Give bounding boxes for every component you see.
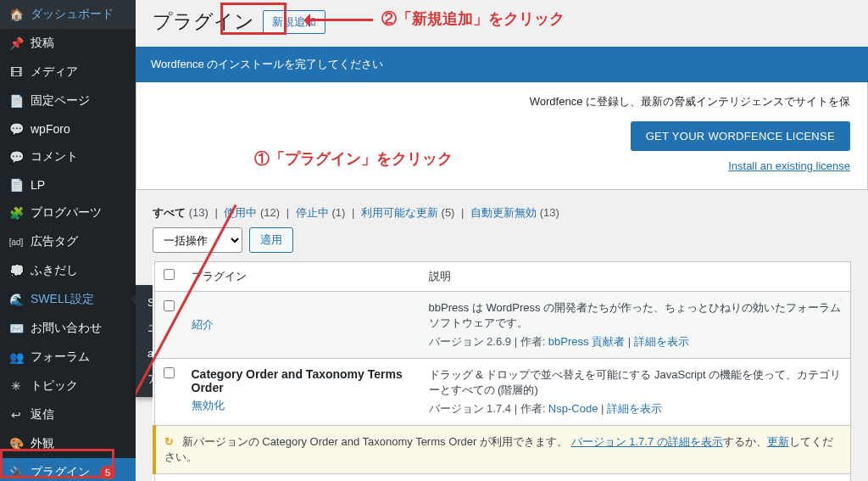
row-checkbox[interactable]: [164, 300, 175, 311]
row-action-link[interactable]: 無効化: [192, 399, 225, 411]
filter-active[interactable]: 使用中: [224, 206, 257, 219]
menu-pages[interactable]: 📄 固定ページ: [0, 87, 136, 115]
bulk-apply-button[interactable]: 適用: [249, 227, 293, 253]
menu-fukidashi[interactable]: 💭 ふきだし: [0, 256, 136, 285]
menu-appearance[interactable]: 🎨 外観: [0, 429, 136, 458]
appearance-icon: 🎨: [8, 437, 24, 450]
menu-label: メディア: [31, 64, 78, 80]
wordfence-banner: Wordfence のインストールを完了してください: [136, 47, 868, 82]
update-icon: ↻: [164, 435, 174, 448]
admin-sidebar: 🏠 ダッシュボード 📌 投稿 🎞 メディア 📄 固定ページ 💬 wpForo 💬…: [0, 0, 136, 481]
menu-reply[interactable]: ↩ 返信: [0, 400, 136, 429]
submenu-arrow-icon: [125, 294, 136, 305]
menu-label: wpForo: [31, 122, 70, 136]
plugin-description: bbPress は WordPress の開発者たちが作った、ちょっとひねりの効…: [429, 300, 843, 331]
menu-label: コメント: [31, 149, 78, 165]
wordfence-install-link[interactable]: Install an existing license: [728, 159, 850, 172]
menu-comments[interactable]: 💬 コメント: [0, 143, 136, 171]
menu-posts[interactable]: 📌 投稿: [0, 29, 136, 58]
swell-icon: 🌊: [8, 293, 24, 306]
main-content: プラグイン 新規追加 Wordfence のインストールを完了してください Wo…: [136, 0, 868, 481]
th-plugin[interactable]: プラグイン: [183, 262, 420, 292]
menu-adtag[interactable]: [ad] 広告タグ: [0, 227, 136, 256]
update-text: 新バージョンの Category Order and Taxonomy Term…: [182, 435, 568, 448]
lp-icon: 📄: [8, 178, 24, 192]
menu-lp[interactable]: 📄 LP: [0, 171, 136, 199]
menu-media[interactable]: 🎞 メディア: [0, 58, 136, 87]
table-row: ConoHa WING 自動キャッシュクリア WordPressの記事を投稿した…: [154, 474, 851, 482]
plugin-details-link[interactable]: 詳細を表示: [607, 402, 662, 415]
forum-icon: 💬: [8, 122, 24, 136]
update-count-badge: 5: [100, 466, 115, 479]
plugins-table: プラグイン 説明 bbPress 紹介 bbPress は WordPress …: [153, 261, 851, 481]
menu-plugins[interactable]: 🔌 プラグイン 5: [0, 458, 136, 481]
update-details-link[interactable]: バージョン 1.7.7 の詳細を表示: [571, 435, 723, 448]
filter-update-count: (5): [442, 206, 455, 219]
menu-label: 外観: [31, 436, 54, 451]
wordfence-license-button[interactable]: GET YOUR WORDFENCE LICENSE: [631, 121, 850, 151]
wordfence-message: Wordfence に登録し、最新の脅威インテリジェンスでサイトを保: [153, 94, 850, 109]
filter-inactive-count: (1): [331, 206, 345, 219]
wordfence-notice: Wordfence に登録し、最新の脅威インテリジェンスでサイトを保 GET Y…: [136, 82, 868, 190]
menu-label: ふきだし: [31, 263, 78, 278]
forum2-icon: 👥: [8, 350, 24, 364]
menu-label: トピック: [31, 378, 78, 394]
table-row: Category Order and Taxonomy Terms Order …: [154, 359, 851, 426]
filter-inactive[interactable]: 停止中: [296, 206, 329, 219]
filter-active-count: (12): [260, 206, 280, 219]
menu-dashboard[interactable]: 🏠 ダッシュボード: [0, 0, 136, 29]
media-icon: 🎞: [8, 65, 24, 79]
menu-swell-settings[interactable]: 🌊 SWELL設定 SWELL設定 エディター設定 ads.txtを編集 アクテ…: [0, 285, 136, 314]
filter-update[interactable]: 利用可能な更新: [361, 206, 438, 219]
plugin-icon: 🔌: [8, 466, 24, 479]
row-action-link[interactable]: 紹介: [192, 318, 214, 331]
plugin-update-row: ↻ 新バージョンの Category Order and Taxonomy Te…: [154, 426, 851, 474]
add-new-button[interactable]: 新規追加: [263, 10, 326, 34]
plugin-details-link[interactable]: 詳細を表示: [634, 335, 689, 348]
dashboard-icon: 🏠: [8, 8, 24, 21]
menu-label: フォーラム: [31, 350, 90, 365]
banner-text: Wordfence のインストールを完了してください: [151, 58, 383, 70]
pin-icon: 📌: [8, 36, 24, 50]
filter-all[interactable]: すべて: [153, 206, 186, 219]
plugin-name: Category Order and Taxonomy Terms Order: [192, 367, 403, 394]
menu-forum[interactable]: 👥 フォーラム: [0, 343, 136, 372]
menu-label: 投稿: [31, 36, 54, 51]
select-all-checkbox[interactable]: [164, 269, 175, 280]
menu-contact[interactable]: ✉️ お問い合わせ: [0, 314, 136, 343]
filter-all-count: (13): [189, 206, 209, 219]
page-icon: 📄: [8, 94, 24, 108]
balloon-icon: 💭: [8, 264, 24, 277]
plugin-author-link[interactable]: bbPress 貢献者: [548, 335, 625, 348]
page-title: プラグイン: [153, 8, 254, 35]
menu-label: LP: [31, 178, 45, 192]
page-title-row: プラグイン 新規追加: [153, 8, 851, 35]
menu-label: 固定ページ: [31, 93, 90, 109]
menu-wpforo[interactable]: 💬 wpForo: [0, 115, 136, 143]
bulk-action-select[interactable]: 一括操作: [153, 227, 242, 253]
plugin-filter-links: すべて (13) | 使用中 (12) | 停止中 (1) | 利用可能な更新 …: [153, 205, 851, 221]
comment-icon: 💬: [8, 150, 24, 164]
parts-icon: 🧩: [8, 206, 24, 220]
menu-label: プラグイン: [31, 465, 90, 480]
mail-icon: ✉️: [8, 322, 24, 335]
reply-icon: ↩: [8, 408, 24, 422]
menu-topic[interactable]: ✳ トピック: [0, 372, 136, 400]
filter-autoupdate-count: (13): [540, 206, 559, 219]
menu-label: ブログパーツ: [31, 205, 102, 221]
menu-label: 返信: [31, 407, 54, 422]
plugin-author-link[interactable]: Nsp-Code: [548, 402, 598, 415]
menu-label: ダッシュボード: [31, 7, 114, 22]
table-row: bbPress 紹介 bbPress は WordPress の開発者たちが作っ…: [154, 292, 851, 359]
topic-icon: ✳: [8, 379, 24, 393]
th-description[interactable]: 説明: [420, 262, 851, 292]
filter-autoupdate[interactable]: 自動更新無効: [470, 206, 537, 219]
row-checkbox[interactable]: [164, 367, 175, 378]
update-now-link[interactable]: 更新: [767, 435, 789, 448]
ad-icon: [ad]: [8, 238, 24, 247]
bulk-actions-row: 一括操作 適用: [153, 227, 851, 253]
plugin-meta: バージョン 2.6.9 | 作者: bbPress 貢献者 | 詳細を表示: [429, 334, 843, 350]
menu-blogparts[interactable]: 🧩 ブログパーツ: [0, 199, 136, 227]
plugin-meta: バージョン 1.7.4 | 作者: Nsp-Code | 詳細を表示: [429, 401, 843, 417]
menu-label: 広告タグ: [31, 234, 78, 249]
